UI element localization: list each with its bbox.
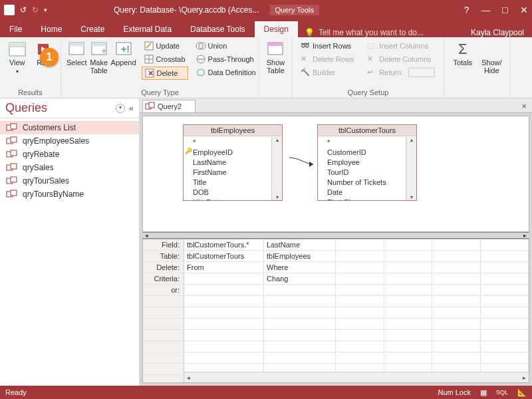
delete-cols-button[interactable]: ✕Delete Columns [364,53,438,65]
grid-hscroll[interactable]: ◂▸ [184,372,529,382]
grid-cell[interactable] [264,285,336,296]
field-item[interactable]: LastName [193,158,279,168]
grid-cell[interactable] [184,296,264,307]
field-item[interactable]: * [327,138,414,148]
grid-cell[interactable] [264,296,336,307]
design-grid[interactable]: Field:Table:Delete:Criteria:or: tblCusto… [142,239,529,383]
return-button[interactable]: ↩Return: [364,66,438,78]
grid-cell[interactable] [336,273,384,285]
grid-cell[interactable] [336,341,384,352]
query-diagram[interactable]: tblEmployees *🔑EmployeeIDLastNameFirstNa… [142,116,529,232]
grid-cell[interactable] [384,296,433,307]
nav-item[interactable]: Customers List [0,121,139,134]
grid-cell[interactable] [264,352,336,364]
grid-cell[interactable] [432,307,481,319]
append-button[interactable]: +!Append [111,40,136,66]
tab-design[interactable]: Design [255,21,298,37]
splitter[interactable]: ◂▸ [142,232,529,239]
field-item[interactable]: Date [327,188,414,198]
update-button[interactable]: Update [142,40,188,52]
grid-cell[interactable] [336,352,384,364]
nav-collapse-icon[interactable]: « [129,104,134,113]
crosstab-button[interactable]: Crosstab [142,53,188,65]
field-item[interactable]: * [193,138,279,148]
grid-cell[interactable] [264,307,336,319]
grid-cell[interactable] [336,285,384,296]
field-item[interactable]: Number of Tickets [327,178,414,188]
grid-cell[interactable] [432,251,481,262]
user-name[interactable]: Kayla Claypool [463,28,532,37]
grid-cell[interactable] [432,296,481,307]
grid-cell[interactable] [336,330,384,341]
grid-cell[interactable] [481,296,529,307]
grid-cell[interactable] [336,307,384,319]
grid-cell[interactable] [481,285,529,296]
grid-cell[interactable] [384,341,433,352]
grid-cell[interactable] [384,273,433,285]
grid-cell[interactable] [481,262,529,273]
grid-cell[interactable] [184,285,264,296]
qat-undo-icon[interactable]: ↺ [20,5,27,15]
field-item[interactable]: CustomerID [327,148,414,158]
grid-cell[interactable]: Chang [264,273,336,285]
grid-cell[interactable] [384,285,433,296]
grid-cell[interactable] [264,341,336,352]
grid-cell[interactable] [184,341,264,352]
grid-cell[interactable] [481,330,529,341]
grid-cell[interactable] [432,319,481,330]
union-button[interactable]: Union [194,40,259,52]
field-item[interactable]: Employee [327,158,414,168]
grid-cell[interactable] [481,319,529,330]
table-employees[interactable]: tblEmployees *🔑EmployeeIDLastNameFirstNa… [183,124,283,201]
grid-cell[interactable] [384,307,433,319]
grid-cell[interactable] [432,352,481,364]
view-button[interactable]: View▾ [5,40,29,76]
table-scrollbar[interactable]: ▴▾ [271,137,282,200]
grid-cell[interactable] [264,319,336,330]
grid-cell[interactable] [184,319,264,330]
minimize-icon[interactable]: — [481,5,491,15]
tell-me-box[interactable]: 💡Tell me what you want to do... [298,28,463,37]
tab-home[interactable]: Home [31,21,71,37]
field-item[interactable]: DOB [193,188,279,198]
qat-dropdown-icon[interactable]: ▾ [44,7,47,13]
tab-database-tools[interactable]: Database Tools [181,21,255,37]
view-design-icon[interactable]: 📐 [517,388,527,397]
grid-cell[interactable] [384,251,433,262]
restore-icon[interactable]: □ [503,5,508,15]
datadef-button[interactable]: Data Definition [194,66,259,78]
grid-cell[interactable] [336,262,384,273]
tab-external-data[interactable]: External Data [114,21,181,37]
grid-cell[interactable] [481,307,529,319]
field-item[interactable]: EmployeeID [193,148,279,158]
tab-file[interactable]: File [0,21,31,37]
totals-button[interactable]: ΣTotals [450,40,476,66]
grid-cell[interactable] [432,273,481,285]
grid-cell[interactable]: Where [264,262,336,273]
showhide-button[interactable]: Show/ Hide [479,40,505,74]
make-table-button[interactable]: +Make Table [90,40,108,74]
field-item[interactable]: HireDate [193,198,279,200]
grid-cell[interactable] [336,251,384,262]
grid-cell[interactable] [432,330,481,341]
grid-cell[interactable] [432,285,481,296]
table-customertours[interactable]: tblCustomerTours *CustomerIDEmployeeTour… [317,124,417,201]
view-datasheet-icon[interactable]: ▦ [480,388,487,397]
grid-cell[interactable] [184,352,264,364]
insert-rows-button[interactable]: ➿Insert Rows [298,40,356,52]
field-item[interactable]: Title [193,178,279,188]
grid-cell[interactable] [384,262,433,273]
close-icon[interactable]: ✕ [520,5,528,15]
grid-cell[interactable] [481,352,529,364]
grid-cell[interactable] [432,341,481,352]
doc-close-icon[interactable]: × [516,100,532,112]
nav-item[interactable]: qrySales [0,161,139,174]
grid-cell[interactable] [481,239,529,251]
grid-cell[interactable]: tblEmployees [264,251,336,262]
grid-cell[interactable]: From [184,262,264,273]
grid-cell[interactable] [432,262,481,273]
grid-cell[interactable] [384,319,433,330]
grid-cell[interactable] [184,307,264,319]
grid-cell[interactable]: tblCustomerTours.* [184,239,264,251]
grid-cell[interactable] [184,330,264,341]
